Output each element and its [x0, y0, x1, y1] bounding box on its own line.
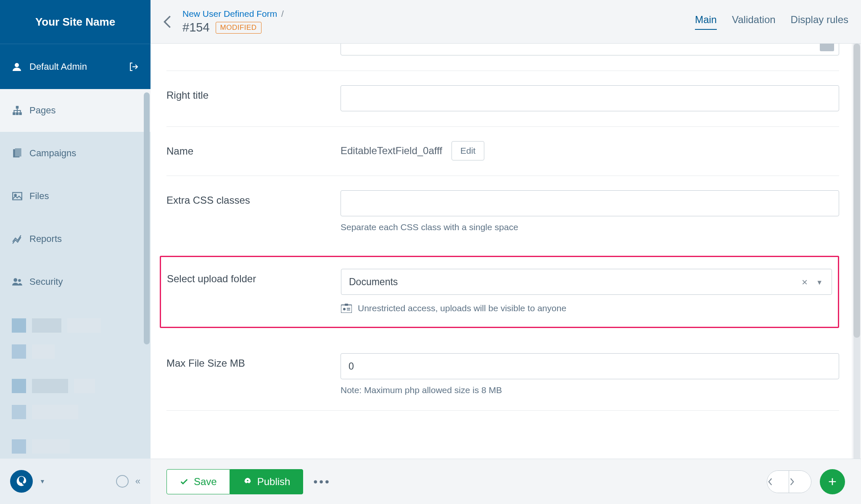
help-text: Separate each CSS class with a single sp…	[341, 222, 839, 232]
svg-rect-2	[13, 112, 16, 115]
sidebar-item-redacted	[0, 339, 151, 365]
user-row[interactable]: Default Admin	[0, 44, 151, 89]
chevron-left-icon	[767, 477, 773, 486]
next-button[interactable]	[789, 471, 811, 493]
sidebar-item-label: Pages	[29, 105, 55, 116]
cms-logo-icon[interactable]	[10, 470, 33, 493]
status-badge: MODIFIED	[216, 22, 261, 34]
chevron-right-icon	[789, 477, 795, 486]
right-title-input[interactable]	[341, 85, 839, 111]
svg-rect-11	[341, 305, 352, 313]
field-row-name: Name EditableTextField_0afff Edit	[166, 127, 839, 176]
sidebar-item-label: Campaigns	[29, 148, 76, 159]
css-classes-input[interactable]	[341, 190, 839, 216]
sidebar-footer: ▼ «	[0, 459, 151, 504]
field-label: Select upload folder	[167, 269, 341, 313]
collapse-icon[interactable]: «	[135, 476, 140, 487]
save-button[interactable]: Save	[166, 469, 230, 494]
svg-rect-7	[13, 192, 22, 200]
sidebar-item-reports[interactable]: Reports	[0, 218, 151, 260]
action-bar: Save Publish ••• +	[151, 459, 861, 504]
max-size-input[interactable]	[341, 353, 839, 379]
sidebar-item-security[interactable]: Security	[0, 260, 151, 303]
svg-point-0	[15, 63, 19, 67]
more-actions-button[interactable]: •••	[313, 475, 330, 488]
svg-rect-14	[347, 308, 350, 309]
sitemap-icon	[12, 105, 29, 116]
upload-warning-text: Unrestricted access, uploads will be vis…	[358, 303, 566, 313]
field-row-css: Extra CSS classes Separate each CSS clas…	[166, 176, 839, 247]
id-card-icon	[341, 304, 352, 313]
topbar: New User Defined Form / #154 MODIFIED Ma…	[151, 0, 861, 44]
site-name: Your Site Name	[35, 16, 115, 29]
sidebar-item-campaigns[interactable]: Campaigns	[0, 132, 151, 175]
breadcrumb: New User Defined Form / #154 MODIFIED	[182, 9, 284, 34]
svg-rect-4	[19, 112, 22, 115]
svg-rect-6	[15, 148, 21, 157]
editor-toggle-icon[interactable]	[820, 44, 834, 51]
breadcrumb-parent-link[interactable]: New User Defined Form	[182, 9, 277, 18]
svg-point-13	[343, 308, 346, 310]
svg-rect-1	[16, 106, 19, 108]
upload-folder-highlight: Select upload folder Documents × ▼ Unres…	[160, 256, 839, 328]
svg-rect-12	[345, 304, 348, 306]
field-label: Extra CSS classes	[166, 190, 341, 232]
svg-point-16	[247, 480, 248, 481]
tab-main[interactable]: Main	[695, 14, 717, 30]
sidebar-item-label: Reports	[29, 234, 62, 244]
svg-rect-3	[16, 112, 19, 115]
main-content: Right title Name EditableTextField_0afff…	[151, 44, 852, 459]
sidebar-item-redacted	[0, 312, 151, 339]
field-label: Name	[166, 141, 341, 160]
user-icon	[12, 62, 22, 72]
sidebar-item-redacted	[0, 399, 151, 425]
chart-icon	[12, 234, 29, 244]
main-scrollbar-thumb[interactable]	[853, 44, 860, 338]
chevron-down-icon[interactable]: ▼	[816, 279, 823, 286]
pager	[767, 470, 811, 493]
layers-icon	[12, 148, 29, 159]
svg-rect-15	[347, 310, 350, 310]
select-value: Documents	[349, 276, 398, 288]
chevron-down-icon[interactable]: ▼	[40, 478, 45, 485]
page-id: #154	[182, 21, 210, 34]
breadcrumb-separator: /	[281, 9, 284, 18]
sidebar-scrollbar[interactable]	[144, 92, 150, 344]
svg-point-10	[18, 279, 21, 282]
tab-validation[interactable]: Validation	[732, 14, 776, 30]
tabs: Main Validation Display rules	[695, 14, 848, 30]
field-row-right-title: Right title	[166, 71, 839, 127]
clear-icon[interactable]: ×	[802, 276, 808, 288]
logout-icon[interactable]	[129, 62, 139, 72]
prev-button[interactable]	[767, 471, 789, 493]
site-header: Your Site Name	[0, 0, 151, 44]
check-icon	[180, 477, 189, 486]
sidebar-item-redacted	[0, 373, 151, 399]
field-label: Max File Size MB	[166, 353, 341, 395]
sidebar-item-pages[interactable]: Pages	[0, 89, 151, 132]
user-name: Default Admin	[29, 61, 129, 72]
sidebar: Your Site Name Default Admin Pages Campa…	[0, 0, 151, 459]
sidebar-item-redacted	[0, 433, 151, 459]
sidebar-item-label: Security	[29, 276, 63, 287]
svg-point-9	[13, 278, 17, 282]
name-value: EditableTextField_0afff	[341, 145, 442, 157]
sidebar-item-label: Files	[29, 191, 49, 202]
add-button[interactable]: +	[820, 469, 845, 494]
main-scrollbar-track[interactable]	[853, 44, 860, 459]
help-text: Note: Maximum php allowed size is 8 MB	[341, 385, 839, 395]
image-icon	[12, 191, 29, 202]
people-icon	[12, 276, 29, 287]
sidebar-item-files[interactable]: Files	[0, 175, 151, 218]
plus-icon: +	[828, 473, 837, 490]
publish-button[interactable]: Publish	[230, 469, 304, 494]
upload-folder-select[interactable]: Documents	[341, 269, 832, 295]
text-input-cutoff[interactable]	[341, 44, 839, 55]
publish-label: Publish	[257, 476, 291, 488]
tab-display-rules[interactable]: Display rules	[791, 14, 848, 30]
field-row-cutoff	[166, 44, 839, 71]
edit-name-button[interactable]: Edit	[452, 141, 484, 160]
rocket-icon	[243, 477, 252, 486]
field-label: Right title	[166, 85, 341, 111]
back-button[interactable]	[163, 15, 179, 29]
